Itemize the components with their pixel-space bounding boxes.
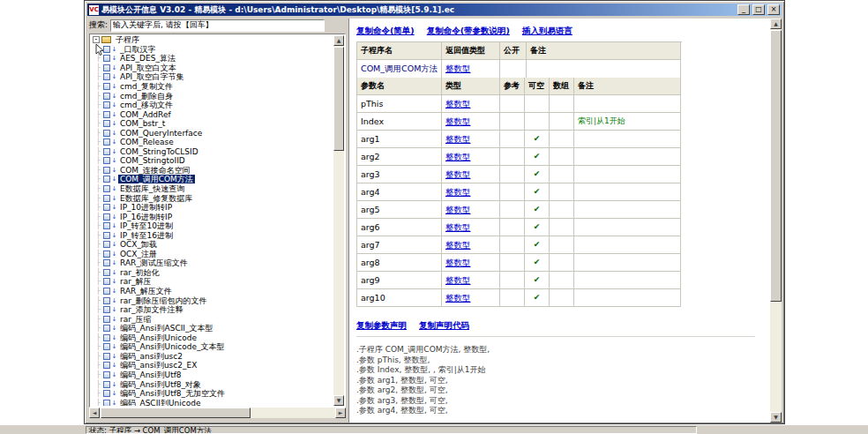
- tree-item[interactable]: ├↓COM_Release: [92, 138, 333, 147]
- tree-item[interactable]: ├↓rar_初始化: [92, 268, 333, 278]
- tree-item[interactable]: ├↓E数据库_快速查询: [92, 184, 333, 194]
- subroutine-icon: [103, 371, 110, 378]
- tree-item-label: E数据库_快速查询: [118, 184, 186, 193]
- tree-horizontal-scrollbar[interactable]: ◄ ►: [89, 408, 346, 418]
- command-link-2[interactable]: 插入到易语言: [522, 26, 572, 37]
- tree-item[interactable]: ├↓编码_Ansi到Unicode_文本型: [92, 342, 333, 352]
- tree-item[interactable]: ├↓cmd_删除自身: [92, 91, 333, 101]
- declaration-link-1[interactable]: 复制声明代码: [419, 320, 469, 332]
- tree-item[interactable]: ├↓rar_解压: [92, 277, 333, 287]
- down-arrow-icon: ↓: [111, 240, 117, 249]
- tree-item[interactable]: ├↓编码_ansi到usc2_EX: [92, 361, 333, 370]
- scroll-down-icon[interactable]: ▼: [770, 412, 782, 423]
- param-nullable-cell: ✔: [525, 219, 550, 236]
- tree-item[interactable]: ├↓rar_压缩: [92, 314, 333, 324]
- tree-item[interactable]: ├↓编码_Ansi到ASCII_文本型: [92, 324, 333, 333]
- scroll-down-icon[interactable]: ▼: [333, 395, 344, 406]
- command-link-1[interactable]: 复制命令(带参数说明): [427, 26, 510, 37]
- tree-root[interactable]: - 子程序: [92, 35, 333, 45]
- tree-item[interactable]: ├↓cmd_复制文件: [92, 82, 333, 92]
- tree-item[interactable]: ├↓COM_bstr_t: [92, 119, 333, 129]
- tree-item[interactable]: ├↓rar_添加文件注释: [92, 305, 333, 315]
- declaration-link-0[interactable]: 复制参数声明: [356, 320, 407, 332]
- code-line: .参数 arg4, 整数型, 可空,: [356, 406, 762, 416]
- param-type-link[interactable]: 整数型: [442, 289, 500, 307]
- tree-item[interactable]: ├↓COM_StringtoIID: [92, 156, 333, 166]
- tree-item[interactable]: ├↓编码_ASCII到Unicode: [92, 398, 333, 406]
- subroutine-tree-panel: - 子程序 ├↓_口取汉字├↓AES_DES_算法├↓API_取空白文本├↓AP…: [89, 34, 346, 408]
- param-type-link[interactable]: 整数型: [442, 95, 500, 113]
- subroutine-icon: [103, 306, 110, 313]
- param-type-link[interactable]: 整数型: [442, 113, 500, 131]
- down-arrow-icon: ↓: [111, 82, 117, 91]
- title-bar[interactable]: VC 易模块公开信息 V3.02 - 精易模块 - d:\Users\Admin…: [87, 4, 782, 16]
- scroll-left-icon[interactable]: ◄: [89, 408, 100, 418]
- tree-item[interactable]: ├↓RAR_解压文件: [92, 287, 333, 296]
- tree-item[interactable]: ├↓COM_AddRef: [92, 109, 333, 119]
- scroll-up-icon[interactable]: ▲: [770, 19, 782, 29]
- param-table-header: 参考: [500, 78, 525, 95]
- tree-item[interactable]: ├↓E数据库_修复数据库: [92, 193, 333, 203]
- detail-scrollbar[interactable]: ▲ ▼: [770, 19, 782, 423]
- return-type-link[interactable]: 整数型: [442, 60, 500, 79]
- tree-branch-icon: ├: [96, 389, 103, 398]
- command-link-0[interactable]: 复制命令(简单): [356, 26, 415, 37]
- param-type-link[interactable]: 整数型: [442, 272, 500, 289]
- subroutine-table: 子程序名返回值类型公开备注COM_调用COM方法整数型: [356, 41, 682, 79]
- minimize-button[interactable]: _: [737, 4, 750, 15]
- close-button[interactable]: ×: [767, 4, 780, 15]
- code-line: .参数 arg3, 整数型, 可空,: [356, 396, 762, 407]
- tree-item[interactable]: ├↓cmd_移动文件: [92, 101, 333, 110]
- collapse-icon[interactable]: -: [93, 36, 100, 43]
- tree-branch-icon: ├: [96, 333, 103, 342]
- param-type-link[interactable]: 整数型: [442, 219, 500, 236]
- param-type-link[interactable]: 整数型: [442, 166, 500, 183]
- tree-item[interactable]: ├↓编码_Ansi到Unicode: [92, 333, 333, 343]
- tree-item[interactable]: ├↓COM_StringToCLSID: [92, 147, 333, 157]
- tree-item[interactable]: ├↓API_取空白字节集: [92, 72, 333, 82]
- tree-item[interactable]: ├↓COM_连接命名空间: [92, 166, 333, 176]
- tree-item[interactable]: ├↓编码_Ansi到Utf8_对象: [92, 379, 333, 389]
- subroutine-icon: [103, 400, 110, 406]
- subroutine-icon: [103, 316, 110, 323]
- tree-item[interactable]: ├↓IP_16进制转IP: [92, 212, 333, 221]
- tree-item[interactable]: ├↓OCX_注册: [92, 250, 333, 259]
- param-type-link[interactable]: 整数型: [442, 236, 500, 254]
- subroutine-remark-cell: [527, 60, 681, 79]
- param-type-link[interactable]: 整数型: [442, 254, 500, 272]
- tree-item[interactable]: ├↓AES_DES_算法: [92, 54, 333, 64]
- tree-item[interactable]: ├↓编码_Ansi到Utf8_无加空文件: [92, 389, 333, 399]
- tree-item[interactable]: ├↓rar_删除压缩包内的文件: [92, 296, 333, 305]
- param-name-cell: pThis: [357, 95, 442, 113]
- param-nullable-cell: ✔: [525, 289, 550, 307]
- detail-scroll-thumb[interactable]: [770, 30, 782, 302]
- tree-item[interactable]: ├↓编码_ansi到usc2: [92, 352, 333, 362]
- down-arrow-icon: ↓: [111, 45, 117, 54]
- tree-item[interactable]: ├↓_口取汉字: [92, 45, 333, 55]
- tree-scroll-thumb[interactable]: [333, 47, 344, 151]
- tree-item[interactable]: ├↓COM_QueryInterface: [92, 128, 333, 138]
- param-type-link[interactable]: 整数型: [442, 183, 500, 201]
- maximize-button[interactable]: □: [752, 4, 765, 15]
- param-remark-cell: [574, 236, 681, 254]
- down-arrow-icon: ↓: [111, 213, 117, 221]
- tree-hscroll-thumb[interactable]: [101, 408, 251, 418]
- param-type-link[interactable]: 整数型: [442, 201, 500, 219]
- tree-item[interactable]: ├↓API_取空白文本: [92, 64, 333, 73]
- param-type-link[interactable]: 整数型: [442, 148, 500, 166]
- tree-item[interactable]: ├↓IP_转至16进制: [92, 230, 333, 240]
- tree-item-label: rar_添加文件注释: [118, 305, 184, 314]
- tree-item[interactable]: ├↓COM_调用COM方法: [92, 175, 333, 184]
- scroll-right-icon[interactable]: ►: [335, 408, 346, 418]
- subroutine-icon: [103, 195, 110, 202]
- tree-item[interactable]: ├↓编码_Ansi到Utf8: [92, 370, 333, 380]
- scroll-up-icon[interactable]: ▲: [333, 35, 344, 46]
- tree-item-label: IP_16进制转IP: [118, 213, 174, 221]
- tree-item[interactable]: ├↓IP_10进制转IP: [92, 203, 333, 213]
- tree-item[interactable]: ├↓IP_转至10进制: [92, 221, 333, 231]
- tree-scrollbar[interactable]: ▲ ▼: [333, 35, 344, 406]
- tree-item[interactable]: ├↓RAR_测试压缩文件: [92, 258, 333, 268]
- param-type-link[interactable]: 整数型: [442, 131, 500, 148]
- tree-item[interactable]: ├↓OCX_卸载: [92, 240, 333, 250]
- search-input[interactable]: [110, 19, 325, 32]
